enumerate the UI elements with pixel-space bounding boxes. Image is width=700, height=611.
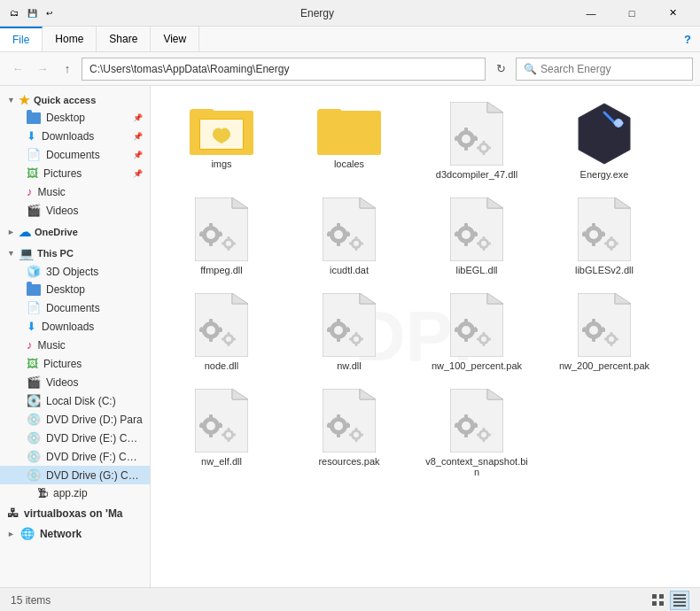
- file-label: nw_elf.dll: [201, 456, 242, 467]
- sidebar-item-downloads-pc[interactable]: ⬇ Downloads: [0, 317, 150, 336]
- close-button[interactable]: ✕: [652, 0, 693, 27]
- file-item[interactable]: libEGL.dll: [415, 190, 539, 282]
- video-icon: 🎬: [27, 375, 41, 389]
- sidebar-item-local-disk[interactable]: 💽 Local Disk (C:): [0, 391, 150, 410]
- svg-rect-201: [349, 434, 353, 437]
- file-item[interactable]: nw_100_percent.pak: [415, 286, 539, 378]
- svg-rect-54: [355, 236, 358, 240]
- details-button[interactable]: [670, 591, 689, 610]
- 3d-objects-icon: 🧊: [27, 265, 41, 278]
- file-label: node.dll: [205, 360, 239, 371]
- network-header[interactable]: ► 🌐 Network: [0, 524, 150, 543]
- file-item[interactable]: Energy.exe: [542, 95, 666, 187]
- sidebar-item-label: Desktop: [46, 283, 85, 296]
- large-icons-button[interactable]: [649, 591, 668, 610]
- sidebar-item-desktop-pc[interactable]: Desktop: [0, 281, 150, 298]
- svg-rect-146: [487, 338, 491, 341]
- file-item[interactable]: ffmpeg.dll: [159, 190, 284, 282]
- address-box[interactable]: [82, 58, 486, 81]
- this-pc-header[interactable]: ▼ 💻 This PC: [0, 243, 150, 262]
- status-bar: 15 items: [0, 587, 700, 611]
- sidebar-item-dvd-f[interactable]: 💿 DVD Drive (F:) CDRC: [0, 447, 150, 466]
- sidebar-item-downloads-quick[interactable]: ⬇ Downloads 📌: [0, 127, 150, 145]
- sidebar-item-dvd-e[interactable]: 💿 DVD Drive (E:) CDRC: [0, 429, 150, 447]
- file-label: Energy.exe: [580, 169, 629, 180]
- dll-icon: [323, 293, 376, 357]
- svg-point-43: [334, 230, 343, 239]
- quick-access-header[interactable]: ▼ ★ Quick access: [0, 89, 150, 109]
- file-item[interactable]: v8_context_snapshot.bin: [415, 382, 539, 484]
- svg-rect-63: [464, 241, 468, 246]
- sidebar-item-dvd-g[interactable]: 💿 DVD Drive (G:) CDR0: [0, 466, 150, 484]
- zip-icon: 🗜: [37, 487, 48, 499]
- sidebar-item-videos-pc[interactable]: 🎬 Videos: [0, 373, 150, 391]
- refresh-button[interactable]: ↻: [489, 58, 512, 81]
- sidebar-item-app-zip[interactable]: 🗜 app.zip: [0, 484, 150, 502]
- up-button[interactable]: ↑: [57, 58, 78, 80]
- virtualbox-header[interactable]: 🖧 virtualboxas on 'Ma: [0, 504, 150, 522]
- file-item[interactable]: icudtl.dat: [287, 190, 411, 282]
- tab-home[interactable]: Home: [43, 27, 97, 51]
- docs-icon: 📄: [27, 301, 41, 314]
- undo-icon: ↩: [43, 6, 57, 20]
- sidebar-item-pictures-quick[interactable]: 🖼 Pictures 📌: [0, 164, 150, 182]
- this-pc-arrow: ▼: [7, 249, 15, 258]
- svg-rect-117: [337, 336, 340, 342]
- sidebar-item-pictures-pc[interactable]: 🖼 Pictures: [0, 354, 150, 373]
- folder-icon: [27, 112, 41, 124]
- sidebar-item-label: Videos: [46, 205, 78, 217]
- quick-access-label: Quick access: [34, 95, 96, 105]
- sidebar-item-documents-pc[interactable]: 📄 Documents: [0, 298, 150, 317]
- sidebar-item-documents-quick[interactable]: 📄 Documents 📌: [0, 145, 150, 164]
- sidebar-item-3d-objects[interactable]: 🧊 3D Objects: [0, 262, 150, 281]
- file-item[interactable]: nw_200_percent.pak: [542, 286, 666, 378]
- svg-rect-221: [659, 594, 664, 599]
- minimize-button[interactable]: —: [571, 0, 611, 27]
- svg-rect-5: [464, 145, 468, 151]
- file-item[interactable]: nw_elf.dll: [159, 382, 284, 484]
- svg-marker-185: [360, 389, 376, 399]
- back-button[interactable]: ←: [7, 58, 28, 80]
- svg-point-35: [226, 241, 231, 246]
- svg-rect-145: [483, 343, 486, 346]
- svg-rect-72: [483, 236, 486, 240]
- svg-marker-41: [360, 197, 376, 208]
- star-icon: ★: [19, 93, 30, 107]
- dvd-icon: 💿: [27, 468, 41, 482]
- dll-icon: [195, 293, 248, 357]
- help-button[interactable]: ?: [675, 27, 700, 51]
- sidebar-item-label: Music: [38, 339, 66, 352]
- tab-file[interactable]: File: [0, 27, 43, 51]
- file-item[interactable]: nw.dll: [287, 286, 411, 378]
- file-item[interactable]: imgs: [159, 95, 284, 187]
- ribbon: File Home Share View ?: [0, 27, 700, 52]
- file-item[interactable]: libGLESv2.dll: [542, 190, 666, 282]
- address-input[interactable]: [89, 63, 478, 75]
- file-label: icudtl.dat: [330, 265, 369, 275]
- search-box[interactable]: 🔍: [516, 58, 693, 81]
- sidebar-item-dvd-d[interactable]: 💿 DVD Drive (D:) Para: [0, 410, 150, 429]
- file-item[interactable]: d3dcompiler_47.dll: [415, 95, 539, 187]
- sidebar-item-videos-quick[interactable]: 🎬 Videos: [0, 201, 150, 220]
- sidebar-item-desktop-quick[interactable]: Desktop 📌: [0, 109, 150, 127]
- sidebar-item-music-quick[interactable]: ♪ Music: [0, 182, 150, 201]
- search-input[interactable]: [541, 63, 685, 75]
- title-bar-icons: 🗂 💾 ↩: [7, 6, 57, 20]
- svg-rect-93: [604, 243, 608, 245]
- maximize-button[interactable]: □: [611, 0, 652, 27]
- onedrive-header[interactable]: ► ☁ OneDrive: [0, 221, 150, 241]
- sidebar-item-music-pc[interactable]: ♪ Music: [0, 336, 150, 354]
- tab-view[interactable]: View: [151, 27, 199, 51]
- file-item[interactable]: node.dll: [159, 286, 284, 378]
- svg-rect-165: [604, 338, 608, 341]
- tab-share[interactable]: Share: [97, 27, 151, 51]
- file-item[interactable]: locales: [287, 95, 411, 187]
- folder-custom-icon: [190, 102, 253, 155]
- forward-button[interactable]: →: [32, 58, 53, 80]
- sidebar-item-label: Desktop: [46, 112, 85, 124]
- sidebar-item-label: Downloads: [42, 130, 94, 143]
- file-item[interactable]: resources.pak: [287, 382, 411, 484]
- svg-rect-182: [232, 434, 236, 437]
- onedrive-icon: ☁: [19, 225, 31, 239]
- save-icon: 💾: [25, 6, 39, 20]
